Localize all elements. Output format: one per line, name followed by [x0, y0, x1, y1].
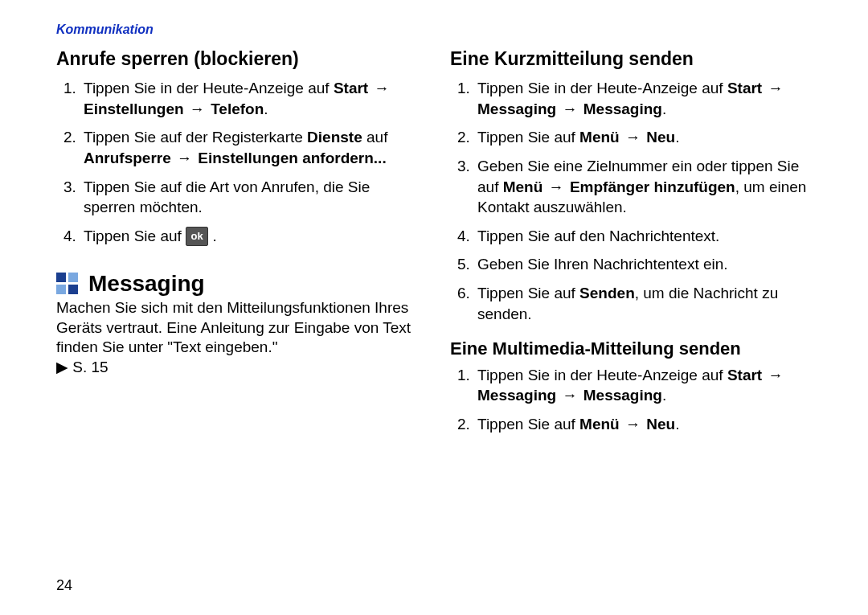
svg-rect-0	[56, 273, 66, 282]
text: Tippen Sie auf	[477, 416, 579, 433]
text: Tippen Sie in der Heute-Anzeige auf	[477, 80, 727, 96]
dot: .	[264, 100, 268, 117]
ok-icon: ok	[186, 227, 208, 246]
section-header: Kommunikation	[56, 23, 812, 37]
option-callblock: Anrufsperre	[84, 150, 171, 166]
grid-icon	[56, 273, 79, 295]
sms-step-6: Tippen Sie auf Senden, um die Nachricht …	[474, 283, 812, 324]
path-new: Neu	[646, 129, 675, 146]
arrow-icon: →	[562, 385, 577, 406]
text: Tippen Sie auf	[477, 129, 579, 146]
right-column: Eine Kurzmitteilung senden Tippen Sie in…	[450, 48, 812, 443]
dot: .	[662, 387, 666, 404]
heading-mms: Eine Multimedia-Mitteilung senden	[450, 338, 812, 359]
dot: .	[675, 416, 679, 433]
sms-step-2: Tippen Sie auf Menü → Neu.	[474, 127, 812, 148]
path-menu: Menü	[579, 129, 620, 146]
title-text: Messaging	[88, 271, 205, 297]
sms-step-5: Geben Sie Ihren Nachrichtentext ein.	[474, 254, 812, 275]
arrow-icon: →	[625, 414, 641, 435]
path-menu: Menü	[579, 416, 620, 433]
path-settings: Einstellungen	[84, 100, 184, 117]
path-send: Senden	[579, 285, 635, 301]
sms-step-3: Geben Sie eine Zielnummer ein oder tippe…	[474, 156, 812, 218]
path-messaging: Messaging	[477, 387, 556, 404]
text: Tippen Sie in der Heute-Anzeige auf	[84, 80, 334, 96]
arrow-icon: →	[768, 78, 783, 99]
arrow-icon: →	[177, 148, 192, 169]
path-phone: Telefon	[211, 100, 264, 117]
tab-services: Dienste	[307, 129, 362, 146]
arrow-icon: →	[374, 78, 389, 99]
svg-rect-2	[56, 285, 66, 294]
text: auf	[366, 129, 387, 146]
svg-rect-1	[68, 273, 78, 282]
path-messaging2: Messaging	[583, 387, 662, 404]
heading-sms: Eine Kurzmitteilung senden	[450, 48, 812, 70]
sms-step-1: Tippen Sie in der Heute-Anzeige auf Star…	[474, 78, 812, 119]
arrow-icon: →	[549, 177, 564, 198]
steps-mms: Tippen Sie in der Heute-Anzeige auf Star…	[450, 365, 812, 435]
path-start: Start	[727, 80, 762, 96]
left-column: Anrufe sperren (blockieren) Tippen Sie i…	[56, 48, 418, 443]
steps-sms: Tippen Sie in der Heute-Anzeige auf Star…	[450, 78, 812, 324]
svg-rect-3	[68, 285, 78, 294]
text: Tippen Sie in der Heute-Anzeige auf	[477, 367, 727, 383]
page-number: 24	[56, 577, 72, 594]
path-add-recipient: Empfänger hinzufügen	[570, 178, 735, 195]
pointer-icon: ▶	[56, 359, 68, 375]
option-request: Einstellungen anfordern...	[198, 150, 386, 166]
mms-step-2: Tippen Sie auf Menü → Neu.	[474, 414, 812, 435]
path-messaging: Messaging	[477, 100, 556, 117]
path-start: Start	[727, 367, 762, 383]
heading-block-calls: Anrufe sperren (blockieren)	[56, 48, 418, 70]
page: Kommunikation Anrufe sperren (blockieren…	[0, 0, 868, 615]
text: Tippen Sie auf	[477, 285, 579, 301]
dot: .	[675, 129, 679, 146]
section-title-messaging: Messaging	[56, 271, 418, 297]
step-3: Tippen Sie auf die Art von Anrufen, die …	[80, 177, 418, 218]
path-start: Start	[334, 80, 368, 96]
dot: .	[212, 228, 216, 244]
step-1: Tippen Sie in der Heute-Anzeige auf Star…	[80, 78, 418, 119]
arrow-icon: →	[625, 127, 641, 148]
mms-step-1: Tippen Sie in der Heute-Anzeige auf Star…	[474, 365, 812, 406]
arrow-icon: →	[562, 99, 577, 120]
dot: .	[662, 100, 666, 117]
text: Tippen Sie auf	[84, 228, 186, 244]
step-2: Tippen Sie auf der Registerkarte Dienste…	[80, 127, 418, 168]
arrow-icon: →	[768, 365, 783, 386]
sms-step-4: Tippen Sie auf den Nachrichtentext.	[474, 226, 812, 247]
path-messaging2: Messaging	[583, 100, 662, 117]
arrow-icon: →	[190, 99, 205, 120]
messaging-intro: Machen Sie sich mit den Mitteilungsfunkt…	[56, 298, 418, 378]
page-ref: S. 15	[68, 359, 108, 375]
steps-block-calls: Tippen Sie in der Heute-Anzeige auf Star…	[56, 78, 418, 247]
content-columns: Anrufe sperren (blockieren) Tippen Sie i…	[56, 48, 812, 443]
step-4: Tippen Sie auf ok .	[80, 226, 418, 247]
text: Machen Sie sich mit den Mitteilungsfunkt…	[56, 299, 411, 355]
path-menu: Menü	[503, 178, 543, 195]
path-new: Neu	[646, 416, 675, 433]
text: Tippen Sie auf der Registerkarte	[84, 129, 307, 146]
